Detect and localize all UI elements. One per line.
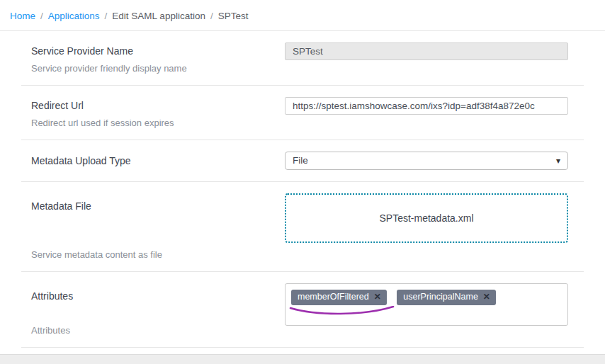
breadcrumb-sptest: SPTest	[218, 11, 249, 21]
metadata-upload-type-label: Metadata Upload Type	[31, 155, 271, 166]
field-row-metadata-file: Metadata File Service metadata content a…	[21, 182, 584, 272]
metadata-file-label: Metadata File	[31, 193, 271, 212]
metadata-file-dropzone[interactable]: SPTest-metadata.xml	[285, 193, 568, 243]
remove-icon[interactable]: ✕	[483, 292, 490, 301]
attribute-chip: userPrincipalName ✕	[397, 290, 496, 305]
attributes-label: Attributes	[31, 283, 271, 302]
metadata-file-help: Service metadata content as file	[31, 249, 271, 260]
breadcrumb-separator: /	[40, 11, 43, 21]
attributes-input-box[interactable]: memberOfFiltered ✕ userPrincipalName ✕	[285, 283, 568, 326]
remove-icon[interactable]: ✕	[374, 292, 381, 301]
breadcrumb: Home/Applications/Edit SAML application/…	[0, 0, 605, 31]
service-provider-name-help: Service provider friendly display name	[31, 63, 271, 74]
redirect-url-help: Redirect url used if session expires	[31, 118, 271, 128]
field-row-service-provider-name: Service Provider Name Service provider f…	[21, 31, 584, 86]
service-provider-name-label: Service Provider Name	[31, 45, 271, 57]
redirect-url-input[interactable]	[285, 97, 568, 115]
breadcrumb-separator: /	[210, 11, 213, 21]
chevron-down-icon: ▾	[556, 156, 560, 166]
field-row-attributes: Attributes Attributes memberOfFiltered ✕…	[21, 272, 584, 348]
attribute-chip: memberOfFiltered ✕	[291, 290, 387, 305]
metadata-upload-type-select[interactable]: File ▾	[285, 152, 568, 170]
breadcrumb-home-link[interactable]: Home	[10, 11, 35, 21]
breadcrumb-applications-link[interactable]: Applications	[48, 11, 100, 21]
breadcrumb-separator: /	[105, 11, 108, 21]
attribute-chip-label: userPrincipalName	[403, 292, 478, 302]
bottom-gap	[0, 348, 605, 354]
service-provider-name-input[interactable]	[285, 42, 568, 60]
metadata-upload-type-value: File	[293, 155, 308, 166]
annotation-underline	[288, 306, 396, 317]
redirect-url-label: Redirect Url	[31, 100, 271, 111]
field-row-metadata-upload-type: Metadata Upload Type File ▾	[21, 140, 584, 182]
edit-saml-application-page: Home/Applications/Edit SAML application/…	[0, 0, 605, 364]
breadcrumb-edit-saml-application: Edit SAML application	[112, 11, 205, 21]
field-row-redirect-url: Redirect Url Redirect url used if sessio…	[21, 86, 584, 140]
attribute-chip-label: memberOfFiltered	[298, 292, 369, 302]
attributes-help: Attributes	[31, 325, 271, 336]
next-section-edge	[0, 354, 605, 364]
metadata-file-name: SPTest-metadata.xml	[379, 212, 473, 224]
